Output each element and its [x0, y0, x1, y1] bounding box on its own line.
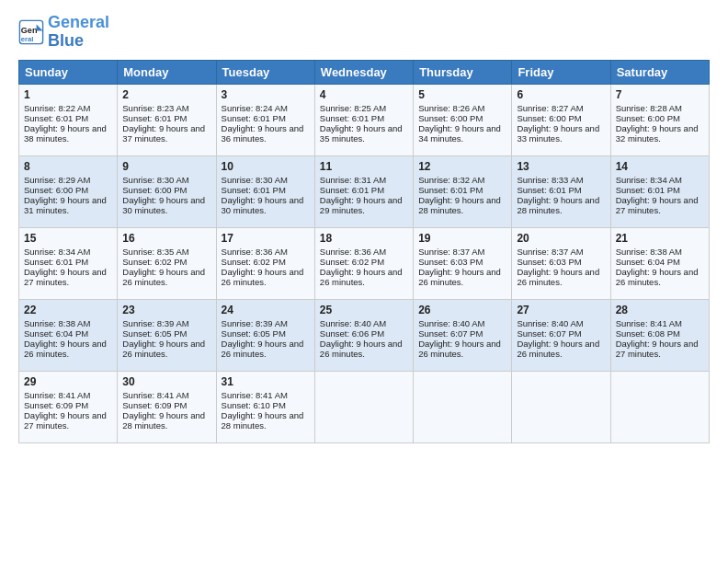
cell-info: Daylight: 9 hours and 31 minutes. — [24, 195, 112, 215]
cell-info: Sunset: 6:00 PM — [418, 113, 506, 123]
calendar-cell: 12Sunrise: 8:32 AMSunset: 6:01 PMDayligh… — [414, 155, 512, 227]
day-header-wednesday: Wednesday — [314, 60, 413, 84]
calendar-cell: 3Sunrise: 8:24 AMSunset: 6:01 PMDaylight… — [216, 84, 314, 155]
day-number: 16 — [122, 232, 210, 245]
header: Gen eral General Blue — [18, 14, 710, 51]
day-number: 21 — [616, 232, 704, 245]
cell-info: Sunrise: 8:41 AM — [616, 318, 704, 328]
day-number: 25 — [320, 304, 408, 316]
day-number: 1 — [24, 88, 112, 101]
cell-info: Sunset: 6:10 PM — [222, 400, 310, 410]
cell-info: Sunset: 6:07 PM — [418, 328, 506, 339]
cell-info: Sunrise: 8:38 AM — [24, 318, 112, 328]
calendar-cell: 21Sunrise: 8:38 AMSunset: 6:04 PMDayligh… — [610, 227, 709, 299]
cell-info: Daylight: 9 hours and 29 minutes. — [320, 195, 408, 215]
cell-info: Daylight: 9 hours and 28 minutes. — [222, 410, 310, 431]
calendar-cell: 22Sunrise: 8:38 AMSunset: 6:04 PMDayligh… — [19, 299, 118, 371]
cell-info: Sunrise: 8:23 AM — [122, 103, 210, 113]
cell-info: Daylight: 9 hours and 33 minutes. — [517, 123, 605, 144]
day-number: 18 — [320, 232, 408, 245]
day-number: 11 — [320, 160, 408, 173]
cell-info: Sunrise: 8:27 AM — [517, 103, 605, 113]
cell-info: Daylight: 9 hours and 38 minutes. — [24, 123, 112, 144]
cell-info: Daylight: 9 hours and 28 minutes. — [122, 410, 210, 431]
calendar-cell: 16Sunrise: 8:35 AMSunset: 6:02 PMDayligh… — [118, 227, 216, 299]
day-number: 9 — [122, 160, 210, 173]
calendar-cell: 26Sunrise: 8:40 AMSunset: 6:07 PMDayligh… — [414, 299, 512, 371]
calendar-cell — [314, 371, 413, 442]
cell-info: Sunrise: 8:37 AM — [517, 247, 605, 257]
day-number: 17 — [222, 232, 310, 245]
day-number: 6 — [517, 88, 605, 101]
calendar-cell: 31Sunrise: 8:41 AMSunset: 6:10 PMDayligh… — [216, 371, 314, 442]
day-header-friday: Friday — [512, 60, 610, 84]
svg-text:eral: eral — [21, 35, 34, 43]
day-number: 24 — [222, 304, 310, 316]
cell-info: Sunset: 6:01 PM — [222, 113, 310, 123]
cell-info: Sunset: 6:01 PM — [517, 185, 605, 195]
day-number: 23 — [122, 304, 210, 316]
cell-info: Sunrise: 8:39 AM — [122, 318, 210, 328]
week-row-2: 8Sunrise: 8:29 AMSunset: 6:00 PMDaylight… — [19, 155, 710, 227]
cell-info: Sunset: 6:01 PM — [222, 185, 310, 195]
cell-info: Sunrise: 8:40 AM — [418, 318, 506, 328]
cell-info: Sunrise: 8:22 AM — [24, 103, 112, 113]
day-number: 5 — [418, 88, 506, 101]
cell-info: Sunset: 6:01 PM — [24, 113, 112, 123]
cell-info: Sunset: 6:01 PM — [418, 185, 506, 195]
cell-info: Daylight: 9 hours and 26 minutes. — [517, 267, 605, 287]
cell-info: Sunset: 6:00 PM — [122, 185, 210, 195]
header-row: SundayMondayTuesdayWednesdayThursdayFrid… — [19, 60, 710, 84]
cell-info: Sunrise: 8:41 AM — [122, 390, 210, 400]
day-header-tuesday: Tuesday — [216, 60, 314, 84]
cell-info: Daylight: 9 hours and 26 minutes. — [418, 339, 506, 359]
cell-info: Sunset: 6:04 PM — [616, 257, 704, 267]
day-number: 2 — [122, 88, 210, 101]
calendar-cell — [414, 371, 512, 442]
calendar-cell: 4Sunrise: 8:25 AMSunset: 6:01 PMDaylight… — [314, 84, 413, 155]
cell-info: Sunrise: 8:37 AM — [418, 247, 506, 257]
logo: Gen eral General Blue — [18, 14, 109, 51]
cell-info: Sunset: 6:03 PM — [418, 257, 506, 267]
day-number: 15 — [24, 232, 112, 245]
calendar-cell: 5Sunrise: 8:26 AMSunset: 6:00 PMDaylight… — [414, 84, 512, 155]
day-number: 26 — [418, 304, 506, 316]
day-number: 3 — [222, 88, 310, 101]
cell-info: Sunrise: 8:26 AM — [418, 103, 506, 113]
cell-info: Sunrise: 8:32 AM — [418, 175, 506, 185]
cell-info: Daylight: 9 hours and 26 minutes. — [320, 267, 408, 287]
calendar-cell: 25Sunrise: 8:40 AMSunset: 6:06 PMDayligh… — [314, 299, 413, 371]
logo-icon: Gen eral — [18, 19, 44, 45]
cell-info: Sunrise: 8:40 AM — [517, 318, 605, 328]
cell-info: Sunset: 6:03 PM — [517, 257, 605, 267]
calendar-cell: 28Sunrise: 8:41 AMSunset: 6:08 PMDayligh… — [610, 299, 709, 371]
cell-info: Sunset: 6:02 PM — [122, 257, 210, 267]
calendar-cell: 17Sunrise: 8:36 AMSunset: 6:02 PMDayligh… — [216, 227, 314, 299]
day-number: 30 — [122, 375, 210, 388]
calendar-cell: 19Sunrise: 8:37 AMSunset: 6:03 PMDayligh… — [414, 227, 512, 299]
day-header-saturday: Saturday — [610, 60, 709, 84]
day-number: 20 — [517, 232, 605, 245]
cell-info: Sunset: 6:05 PM — [122, 328, 210, 339]
cell-info: Sunset: 6:00 PM — [24, 185, 112, 195]
day-number: 10 — [222, 160, 310, 173]
cell-info: Daylight: 9 hours and 27 minutes. — [616, 195, 704, 215]
cell-info: Sunrise: 8:34 AM — [24, 247, 112, 257]
cell-info: Daylight: 9 hours and 35 minutes. — [320, 123, 408, 144]
cell-info: Sunset: 6:01 PM — [616, 185, 704, 195]
cell-info: Sunrise: 8:34 AM — [616, 175, 704, 185]
cell-info: Daylight: 9 hours and 36 minutes. — [222, 123, 310, 144]
day-number: 27 — [517, 304, 605, 316]
calendar-cell: 23Sunrise: 8:39 AMSunset: 6:05 PMDayligh… — [118, 299, 216, 371]
calendar-cell: 13Sunrise: 8:33 AMSunset: 6:01 PMDayligh… — [512, 155, 610, 227]
day-number: 14 — [616, 160, 704, 173]
cell-info: Sunrise: 8:40 AM — [320, 318, 408, 328]
day-number: 29 — [24, 375, 112, 388]
cell-info: Daylight: 9 hours and 30 minutes. — [222, 195, 310, 215]
calendar-cell: 20Sunrise: 8:37 AMSunset: 6:03 PMDayligh… — [512, 227, 610, 299]
cell-info: Sunrise: 8:36 AM — [222, 247, 310, 257]
cell-info: Daylight: 9 hours and 26 minutes. — [616, 267, 704, 287]
cell-info: Sunrise: 8:30 AM — [222, 175, 310, 185]
cell-info: Sunset: 6:02 PM — [320, 257, 408, 267]
cell-info: Sunrise: 8:41 AM — [222, 390, 310, 400]
